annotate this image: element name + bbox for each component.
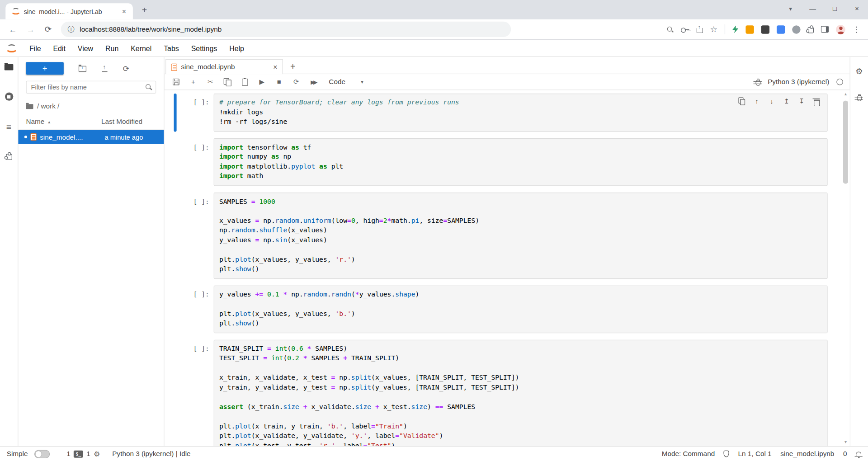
gray-extension-icon[interactable] xyxy=(792,25,800,33)
menu-view[interactable]: View xyxy=(71,40,99,56)
running-sessions-icon[interactable] xyxy=(5,92,13,100)
notebook-scrollbar[interactable]: ▲ ▼ xyxy=(842,91,849,445)
cell-prompt[interactable]: [ ]: xyxy=(183,138,213,186)
menu-run[interactable]: Run xyxy=(99,40,125,56)
duplicate-cell-button[interactable] xyxy=(737,96,747,106)
menu-tabs[interactable]: Tabs xyxy=(158,40,185,56)
folder-icon[interactable] xyxy=(26,104,33,109)
cell-type-select[interactable]: Code ▾ xyxy=(329,78,363,86)
cell-prompt[interactable]: [ ]: xyxy=(183,339,213,446)
breadcrumb[interactable]: / work / xyxy=(18,99,164,114)
insert-above-cell-button[interactable] xyxy=(782,96,792,106)
filter-files-input[interactable] xyxy=(26,81,156,94)
file-browser-icon[interactable] xyxy=(5,64,14,70)
code-cell[interactable]: [ ]:SAMPLES = 1000 x_values = np.random.… xyxy=(174,193,827,279)
refresh-file-list-icon[interactable]: ⟳ xyxy=(123,64,129,73)
menu-settings[interactable]: Settings xyxy=(185,40,223,56)
browser-tab[interactable]: sine_model.i... - JupyterLab × xyxy=(5,3,133,19)
code-cell[interactable]: [ ]:TRAIN_SPLIT = int(0.6 * SAMPLES) TES… xyxy=(174,339,827,446)
lightning-extension-icon[interactable] xyxy=(732,25,738,33)
delete-cell-button[interactable] xyxy=(811,96,821,106)
upload-icon[interactable] xyxy=(101,65,108,72)
site-info-icon[interactable]: ⓘ xyxy=(67,24,75,34)
translate-extension-icon[interactable] xyxy=(777,25,785,33)
insert-cell-button[interactable]: + xyxy=(185,75,202,89)
cell-editor[interactable]: import tensorflow as tf import numpy as … xyxy=(214,138,828,186)
browser-menu-kebab-icon[interactable]: ⋮ xyxy=(853,25,860,34)
debugger-panel-icon[interactable] xyxy=(857,95,862,101)
profile-avatar[interactable] xyxy=(836,24,845,34)
code-cell[interactable]: [ ]:y_values += 0.1 * np.random.randn(*y… xyxy=(174,285,827,333)
extension-manager-icon[interactable] xyxy=(6,154,12,160)
orange-extension-icon[interactable] xyxy=(745,25,754,33)
cell-prompt[interactable]: [ ]: xyxy=(183,285,213,333)
scroll-up-icon[interactable]: ▲ xyxy=(844,91,847,97)
menu-help[interactable]: Help xyxy=(223,40,250,56)
sort-caret-icon[interactable]: ▲ xyxy=(47,120,51,124)
code-cell[interactable]: [ ]:import tensorflow as tf import numpy… xyxy=(174,138,827,186)
kernel-name[interactable]: Python 3 (ipykernel) xyxy=(768,78,829,86)
cell-editor[interactable]: SAMPLES = 1000 x_values = np.random.unif… xyxy=(214,193,828,279)
new-launcher-button[interactable]: + xyxy=(26,62,64,75)
notification-bell-icon[interactable] xyxy=(856,452,861,456)
running-sessions-status[interactable]: 1 1 ⚙ xyxy=(66,450,100,458)
window-minimize-button[interactable]: — xyxy=(802,0,824,18)
interrupt-kernel-button[interactable]: ■ xyxy=(271,75,288,89)
tab-search-icon[interactable]: ▾ xyxy=(779,0,802,18)
cursor-position[interactable]: Ln 1, Col 1 xyxy=(738,450,772,458)
kernel-status-text[interactable]: Python 3 (ipykernel) | Idle xyxy=(112,450,190,458)
bookmark-star-icon[interactable]: ☆ xyxy=(710,24,717,34)
restart-run-all-button[interactable]: ▶▶ xyxy=(305,75,322,89)
insert-below-cell-button[interactable] xyxy=(797,96,807,106)
mode-indicator[interactable]: Mode: Command xyxy=(662,450,715,458)
window-close-button[interactable]: × xyxy=(846,0,868,18)
window-maximize-button[interactable]: □ xyxy=(824,0,846,18)
notebook-tab-close-icon[interactable]: × xyxy=(273,63,277,71)
scrollbar-thumb[interactable] xyxy=(843,101,848,184)
cell-editor[interactable]: y_values += 0.1 * np.random.randn(*y_val… xyxy=(214,285,828,333)
password-key-icon[interactable] xyxy=(681,25,689,33)
kernel-status-icon[interactable] xyxy=(836,79,843,85)
table-of-contents-icon[interactable]: ≡ xyxy=(6,123,11,132)
tab-close-icon[interactable]: × xyxy=(119,7,128,16)
zoom-icon[interactable] xyxy=(666,26,674,33)
paste-cell-button[interactable] xyxy=(236,75,253,89)
dark-extension-icon[interactable] xyxy=(761,25,769,33)
code-cell[interactable]: [ ]:# prepare for TensorBoard; clear any… xyxy=(174,94,827,132)
run-cell-button[interactable]: ▶ xyxy=(254,75,270,89)
copy-cell-button[interactable] xyxy=(219,75,236,89)
menu-file[interactable]: File xyxy=(23,40,47,56)
property-inspector-icon[interactable]: ⚙ xyxy=(855,67,863,75)
simple-mode-toggle[interactable] xyxy=(34,450,50,458)
active-file-name[interactable]: sine_model.ipynb xyxy=(780,450,834,458)
add-dock-tab-button[interactable]: + xyxy=(285,60,301,74)
back-icon[interactable]: ← xyxy=(5,22,20,37)
column-last-modified[interactable]: Last Modified xyxy=(101,118,160,126)
breadcrumb-path[interactable]: / work / xyxy=(37,103,59,110)
cell-editor[interactable]: TRAIN_SPLIT = int(0.6 * SAMPLES) TEST_SP… xyxy=(214,339,828,446)
scrollbar-track[interactable] xyxy=(843,98,848,438)
new-folder-icon[interactable] xyxy=(79,65,86,72)
restart-kernel-button[interactable]: ⟳ xyxy=(288,75,305,89)
cut-cell-button[interactable]: ✂ xyxy=(202,75,219,89)
menu-edit[interactable]: Edit xyxy=(47,40,71,56)
cell-editor[interactable]: # prepare for TensorBoard; clear any log… xyxy=(214,94,828,132)
extensions-puzzle-icon[interactable] xyxy=(808,27,814,33)
cell-prompt[interactable]: [ ]: xyxy=(183,193,213,279)
column-name[interactable]: Name xyxy=(26,118,45,126)
side-panel-icon[interactable] xyxy=(821,26,829,33)
move-up-cell-button[interactable] xyxy=(752,96,762,106)
save-button[interactable] xyxy=(168,75,184,89)
reload-icon[interactable]: ⟳ xyxy=(41,22,56,37)
debugger-bug-icon[interactable] xyxy=(755,80,760,85)
notebook-tab[interactable]: sine_model.ipynb × xyxy=(165,59,283,74)
move-down-cell-button[interactable] xyxy=(767,96,777,106)
address-bar[interactable]: ⓘ localhost:8888/lab/tree/work/sine_mode… xyxy=(61,22,511,37)
share-icon[interactable] xyxy=(696,28,703,33)
file-row[interactable]: sine_model.... a minute ago xyxy=(18,130,164,144)
scroll-down-icon[interactable]: ▼ xyxy=(844,439,847,445)
statusbar-left: Simple xyxy=(7,450,50,458)
cell-prompt[interactable]: [ ]: xyxy=(183,94,213,132)
menu-kernel[interactable]: Kernel xyxy=(125,40,158,56)
new-tab-button[interactable]: + xyxy=(137,3,152,18)
